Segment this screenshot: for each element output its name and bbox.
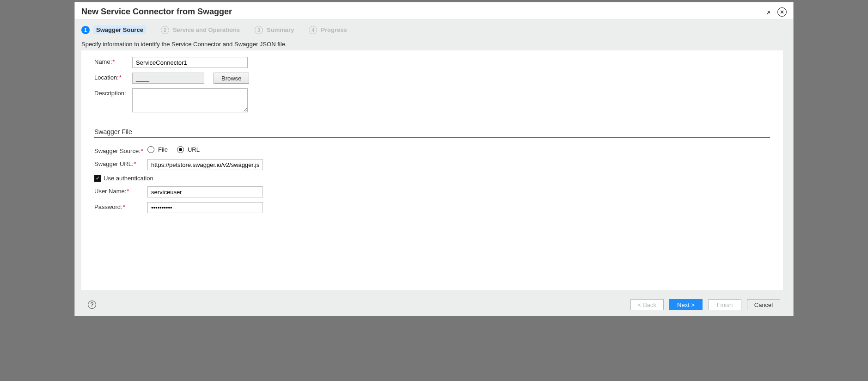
step-service-operations[interactable]: 2 Service and Operations <box>161 26 240 34</box>
step-badge: 3 <box>255 26 263 34</box>
radio-file[interactable] <box>147 146 154 153</box>
step-badge: 1 <box>81 26 90 34</box>
password-label: Password:* <box>94 202 147 210</box>
step-badge: 4 <box>309 26 317 34</box>
restore-icon[interactable] <box>764 7 774 17</box>
footer: ? < Back Next > Finish Cancel <box>81 294 787 316</box>
row-swagger-source: Swagger Source:* File URL <box>94 146 770 154</box>
back-button[interactable]: < Back <box>630 299 664 310</box>
step-badge: 2 <box>161 26 169 34</box>
instruction-text: Specify information to identify the Serv… <box>81 41 787 48</box>
row-name: Name:* <box>94 57 770 68</box>
window-controls <box>764 7 787 17</box>
step-label: Service and Operations <box>173 26 240 33</box>
close-icon[interactable] <box>777 7 787 17</box>
footer-buttons: < Back Next > Finish Cancel <box>630 299 780 310</box>
cancel-button[interactable]: Cancel <box>747 299 780 310</box>
swagger-source-radios: File URL <box>147 146 200 153</box>
swagger-file-heading: Swagger File <box>94 128 770 135</box>
name-input[interactable] <box>132 57 248 68</box>
name-label: Name:* <box>94 57 132 65</box>
swagger-url-input[interactable] <box>147 159 263 170</box>
wizard-area: 1 Swagger Source 2 Service and Operation… <box>75 19 793 316</box>
row-password: Password:* <box>94 202 770 213</box>
description-input[interactable] <box>132 88 248 112</box>
section-divider <box>94 137 770 138</box>
step-progress[interactable]: 4 Progress <box>309 26 347 34</box>
radio-url-label: URL <box>188 146 200 153</box>
use-auth-label: Use authentication <box>104 175 153 182</box>
description-label: Description: <box>94 88 132 97</box>
password-input[interactable] <box>147 202 263 213</box>
next-button[interactable]: Next > <box>669 299 703 310</box>
step-summary[interactable]: 3 Summary <box>255 26 294 34</box>
dialog-title: New Service Connector from Swagger <box>81 7 232 17</box>
wizard-steps: 1 Swagger Source 2 Service and Operation… <box>81 25 787 34</box>
step-label: Summary <box>267 26 294 33</box>
location-label: Location:* <box>94 73 132 81</box>
location-input[interactable]: ____ <box>132 73 204 84</box>
browse-button[interactable]: Browse <box>214 73 249 84</box>
username-label: User Name:* <box>94 186 147 195</box>
row-username: User Name:* <box>94 186 770 197</box>
step-label: Progress <box>321 26 347 33</box>
row-location: Location:* ____ Browse <box>94 73 770 84</box>
form-panel: Name:* Location:* ____ Browse Descriptio… <box>81 50 787 294</box>
username-input[interactable] <box>147 186 263 197</box>
row-use-auth: ✓ Use authentication <box>94 175 770 182</box>
dialog-window: New Service Connector from Swagger 1 Swa… <box>74 2 794 316</box>
row-description: Description: <box>94 88 770 112</box>
help-icon[interactable]: ? <box>88 301 96 309</box>
row-swagger-url: Swagger URL:* <box>94 159 770 170</box>
use-auth-checkbox[interactable]: ✓ <box>94 175 101 182</box>
titlebar: New Service Connector from Swagger <box>75 2 793 19</box>
swagger-source-label: Swagger Source:* <box>94 146 147 154</box>
step-swagger-source[interactable]: 1 Swagger Source <box>81 25 146 34</box>
finish-button[interactable]: Finish <box>708 299 741 310</box>
radio-file-label: File <box>158 146 168 153</box>
step-label: Swagger Source <box>93 25 146 34</box>
radio-url[interactable] <box>177 146 184 153</box>
swagger-url-label: Swagger URL:* <box>94 159 147 167</box>
